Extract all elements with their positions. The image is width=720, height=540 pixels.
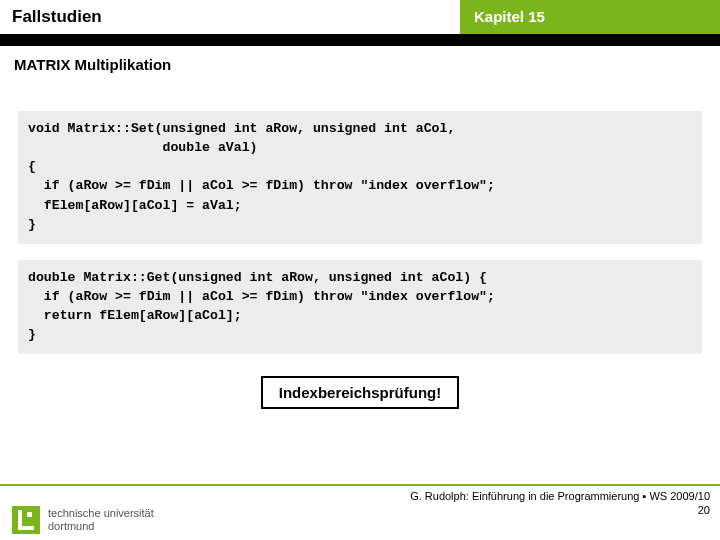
slide-subtitle: MATRIX Multiplikation bbox=[0, 46, 720, 73]
slide: Fallstudien Kapitel 15 MATRIX Multiplika… bbox=[0, 0, 720, 540]
footer-page-number: 20 bbox=[698, 504, 710, 516]
tu-logo-icon bbox=[12, 506, 40, 534]
header-chapter-badge: Kapitel 15 bbox=[460, 0, 720, 34]
university-logo-text: technische universität dortmund bbox=[48, 507, 154, 532]
slide-content: void Matrix::Set(unsigned int aRow, unsi… bbox=[0, 73, 720, 540]
callout-row: Indexbereichsprüfung! bbox=[18, 376, 702, 409]
slide-footer: technische universität dortmund G. Rudol… bbox=[0, 484, 720, 540]
logo-text-line2: dortmund bbox=[48, 520, 154, 533]
university-logo: technische universität dortmund bbox=[12, 506, 154, 534]
slide-header: Fallstudien Kapitel 15 bbox=[0, 0, 720, 34]
callout-box: Indexbereichsprüfung! bbox=[261, 376, 460, 409]
code-block-get: double Matrix::Get(unsigned int aRow, un… bbox=[18, 260, 702, 355]
footer-credit: G. Rudolph: Einführung in die Programmie… bbox=[410, 490, 710, 502]
header-divider-bar bbox=[0, 34, 720, 46]
code-block-set: void Matrix::Set(unsigned int aRow, unsi… bbox=[18, 111, 702, 244]
header-left-title: Fallstudien bbox=[0, 0, 460, 34]
logo-text-line1: technische universität bbox=[48, 507, 154, 520]
